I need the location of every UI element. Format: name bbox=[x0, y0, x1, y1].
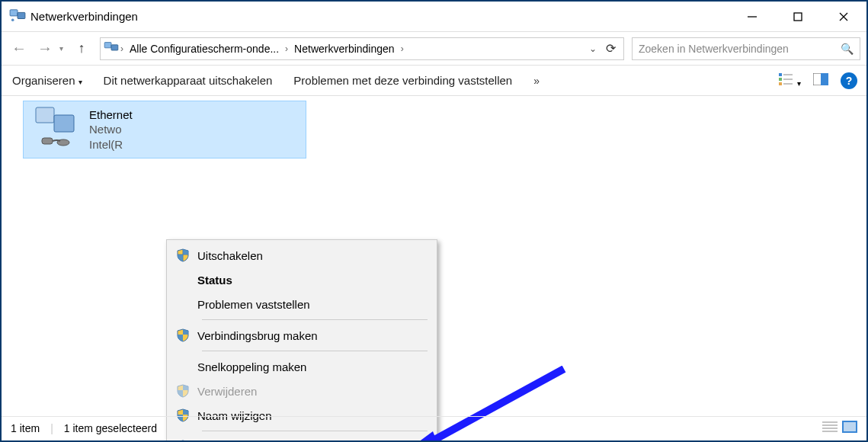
menu-separator bbox=[202, 319, 428, 320]
view-options-button[interactable]: ▾ bbox=[779, 72, 801, 89]
svg-rect-4 bbox=[794, 13, 802, 21]
nav-bar: ← → ▾ ↑ › Alle Configuratiescherm-onde..… bbox=[2, 32, 866, 66]
svg-rect-1 bbox=[18, 12, 25, 18]
menu-item-status[interactable]: Status bbox=[168, 267, 435, 292]
up-button[interactable]: ↑ bbox=[71, 38, 92, 59]
preview-pane-button[interactable] bbox=[813, 73, 828, 88]
svg-rect-7 bbox=[104, 42, 111, 47]
content-area: Ethernet Netwo Intel(R Uitschakelen Stat… bbox=[2, 96, 866, 416]
window-icon bbox=[9, 8, 26, 25]
title-bar: Netwerkverbindingen bbox=[2, 2, 866, 32]
svg-rect-17 bbox=[36, 107, 54, 123]
history-dropdown[interactable]: ▾ bbox=[59, 44, 63, 53]
shield-icon bbox=[176, 384, 190, 398]
breadcrumb-sep[interactable]: › bbox=[119, 43, 125, 54]
menu-item-disable[interactable]: Uitschakelen bbox=[168, 243, 435, 267]
toolbar: Organiseren▾ Dit netwerkapparaat uitscha… bbox=[2, 66, 866, 96]
address-bar[interactable]: › Alle Configuratiescherm-onde... › Netw… bbox=[100, 37, 624, 60]
large-icons-view-icon[interactable] bbox=[842, 421, 857, 435]
minimize-button[interactable] bbox=[729, 2, 775, 31]
search-placeholder: Zoeken in Netwerkverbindingen bbox=[639, 43, 841, 55]
svg-rect-28 bbox=[844, 422, 856, 431]
details-view-icon[interactable] bbox=[822, 421, 838, 435]
connection-name: Ethernet bbox=[89, 107, 133, 123]
svg-rect-9 bbox=[779, 73, 782, 76]
breadcrumb-sep[interactable]: › bbox=[399, 43, 405, 54]
window-title: Netwerkverbindingen bbox=[30, 10, 138, 23]
search-icon: 🔍 bbox=[841, 43, 854, 55]
menu-item-diagnose[interactable]: Problemen vaststellen bbox=[168, 292, 435, 316]
connection-device: Intel(R bbox=[89, 137, 133, 152]
diagnose-button[interactable]: Problemen met deze verbinding vaststelle… bbox=[292, 71, 514, 90]
close-button[interactable] bbox=[821, 2, 866, 31]
shield-icon bbox=[176, 328, 190, 342]
svg-rect-0 bbox=[10, 9, 18, 15]
forward-button[interactable]: → bbox=[34, 37, 56, 60]
breadcrumb-control-panel[interactable]: Alle Configuratiescherm-onde... bbox=[125, 43, 283, 55]
address-icon bbox=[104, 41, 119, 56]
context-menu: Uitschakelen Status Problemen vaststelle… bbox=[166, 239, 437, 442]
address-dropdown[interactable]: ⌄ bbox=[589, 43, 597, 54]
svg-rect-18 bbox=[54, 115, 74, 132]
menu-item-shortcut[interactable]: Snelkoppeling maken bbox=[168, 354, 435, 379]
status-item-count: 1 item bbox=[11, 422, 40, 434]
search-box[interactable]: Zoeken in Netwerkverbindingen 🔍 bbox=[632, 37, 860, 60]
connection-status: Netwo bbox=[89, 122, 133, 137]
organize-button[interactable]: Organiseren▾ bbox=[11, 71, 84, 90]
menu-separator bbox=[202, 351, 428, 351]
toolbar-more[interactable]: » bbox=[532, 72, 541, 90]
svg-rect-19 bbox=[42, 138, 53, 144]
breadcrumb-sep[interactable]: › bbox=[283, 43, 290, 54]
status-bar: 1 item | 1 item geselecteerd bbox=[2, 416, 866, 439]
window-buttons bbox=[729, 2, 866, 31]
connection-item-ethernet[interactable]: Ethernet Netwo Intel(R bbox=[23, 101, 306, 159]
shield-icon bbox=[176, 248, 190, 262]
breadcrumb-network-connections[interactable]: Netwerkverbindingen bbox=[290, 43, 399, 55]
refresh-button[interactable]: ⟳ bbox=[601, 41, 620, 56]
network-adapter-icon bbox=[31, 104, 80, 155]
svg-rect-16 bbox=[821, 73, 828, 85]
menu-item-delete: Verwijderen bbox=[168, 379, 435, 403]
svg-point-2 bbox=[11, 18, 14, 21]
svg-rect-11 bbox=[779, 82, 782, 85]
svg-rect-8 bbox=[111, 44, 118, 50]
status-selected-count: 1 item geselecteerd bbox=[64, 422, 157, 434]
maximize-button[interactable] bbox=[775, 2, 821, 31]
disable-device-button[interactable]: Dit netwerkapparaat uitschakelen bbox=[102, 71, 274, 90]
menu-item-bridge[interactable]: Verbindingsbrug maken bbox=[168, 323, 435, 348]
back-button[interactable]: ← bbox=[8, 37, 30, 60]
svg-rect-10 bbox=[779, 78, 782, 81]
status-divider: | bbox=[50, 422, 53, 434]
help-button[interactable]: ? bbox=[841, 72, 857, 89]
